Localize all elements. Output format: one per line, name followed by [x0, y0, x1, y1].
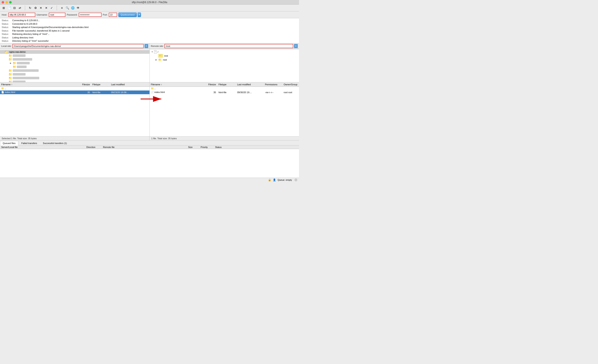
- remote-col-perms[interactable]: Permissions: [264, 83, 282, 86]
- remote-file-owner-parent: [282, 89, 299, 89]
- local-tree-item-1[interactable]: 📁 ████████: [0, 54, 150, 57]
- transfer-col-size[interactable]: Size: [187, 146, 199, 149]
- local-col-size[interactable]: Filesize: [77, 83, 91, 86]
- transfer-table: Server/Local file Direction Remote file …: [0, 146, 299, 178]
- remote-site-path-input[interactable]: [165, 44, 293, 48]
- search-icon[interactable]: 🔍: [65, 5, 70, 10]
- remote-file-type-parent: [217, 89, 236, 89]
- local-tree-item-7[interactable]: 📁 ██████████ ██████: [0, 76, 150, 80]
- remote-tree-label-root-folder: root: [163, 58, 167, 61]
- transfer-col-priority[interactable]: Priority: [199, 146, 214, 149]
- local-tree-item-6[interactable]: 📁 ████████: [0, 73, 150, 76]
- file-icon-0: 📄: [1, 91, 4, 93]
- local-tree-item-2[interactable]: 📁 ████████████: [0, 57, 150, 61]
- local-tree[interactable]: 📁 nginx-nas-demo 📁 ████████ 📁 ██████████…: [0, 49, 150, 82]
- remote-file-icon-0: 📄: [151, 91, 154, 93]
- status-text-5: Listing directory /mnt: [12, 36, 33, 40]
- local-tree-item-5[interactable]: 📁 ████████████████: [0, 69, 150, 73]
- local-tree-label-0: nginx-nas-demo: [8, 50, 26, 53]
- remote-site-dropdown[interactable]: ▼: [294, 44, 298, 48]
- check-icon[interactable]: ✓: [49, 5, 54, 10]
- local-col-type[interactable]: Filetype: [91, 83, 110, 86]
- remote-col-type[interactable]: Filetype: [217, 83, 236, 86]
- folder-icon-4: 📁: [13, 65, 16, 68]
- port-input[interactable]: [109, 13, 117, 17]
- folder-icon-8: 📁: [8, 80, 12, 82]
- password-input[interactable]: [79, 13, 101, 17]
- remote-file-modified-parent: [236, 89, 264, 89]
- remote-tree-item-root-folder[interactable]: ▶ 📁 root: [150, 58, 299, 62]
- binoculars-icon[interactable]: 👁: [75, 5, 81, 10]
- remote-file-list[interactable]: 📁.. 📄index.html 35 html-file 09/30/20 19…: [150, 87, 299, 137]
- queue-status: Queue: empty: [278, 179, 292, 181]
- titlebar: sftp://root@8.129.68.0 - FileZilla: [0, 0, 299, 5]
- status-text-6: Directory listing of "/mnt" successful: [12, 39, 48, 43]
- local-file-list[interactable]: 📁.. 📄index.html 35 html-file 09/23/20 16…: [0, 87, 150, 137]
- folder-icon-0: 📁: [4, 50, 8, 54]
- remote-file-row-parent[interactable]: 📁..: [150, 87, 299, 90]
- transfer-col-direction[interactable]: Direction: [85, 146, 102, 149]
- minimize-button[interactable]: [5, 1, 8, 4]
- remote-tree-item-mnt[interactable]: 📁 mnt: [150, 54, 299, 58]
- remote-tree-label-mnt: mnt: [164, 55, 168, 57]
- cancel-icon[interactable]: ✕: [38, 5, 43, 10]
- cancel-queue-icon[interactable]: ✕: [44, 5, 49, 10]
- filter-icon[interactable]: ⚙: [33, 5, 38, 10]
- tab-queued-files[interactable]: Queued files: [0, 141, 18, 146]
- upload-queue-icon[interactable]: ≡: [59, 5, 64, 10]
- local-file-row-0[interactable]: 📄index.html 35 html-file 09/23/20 16:08:…: [0, 90, 150, 94]
- folder-icon-2: 📁: [8, 58, 12, 61]
- sync-icon[interactable]: ⇄: [17, 5, 22, 10]
- remote-tree-item-root[interactable]: ▼ ? /: [150, 50, 299, 54]
- local-site-bar: Local site: ▼: [0, 43, 150, 49]
- local-tree-item-4[interactable]: 📁 ██████: [0, 65, 150, 69]
- refresh-icon[interactable]: ↻: [28, 5, 33, 10]
- remote-file-perms-parent: [264, 89, 282, 89]
- local-col-filename[interactable]: Filename ↑: [0, 83, 77, 86]
- folder-icon-5: 📁: [8, 69, 12, 72]
- network-icon[interactable]: 🌐: [70, 5, 75, 10]
- file-panels: 📁 nginx-nas-demo 📁 ████████ 📁 ██████████…: [0, 49, 299, 140]
- copy-icon[interactable]: 📄: [7, 5, 12, 10]
- remote-col-filename[interactable]: Filename ↑: [150, 83, 203, 86]
- local-file-size-parent: [77, 89, 91, 89]
- local-file-row-parent[interactable]: 📁..: [0, 87, 150, 90]
- local-file-modified-parent: [110, 89, 150, 89]
- local-tree-label-7: ██████████ ██████: [13, 77, 39, 79]
- local-tree-item-3[interactable]: ▶ 📁 ████████: [0, 61, 150, 65]
- tab-failed-transfers[interactable]: Failed transfers: [19, 141, 40, 145]
- connection-bar: Host: Username: Password: Port: Quickcon…: [0, 11, 299, 18]
- transfer-col-server[interactable]: Server/Local file: [0, 146, 85, 149]
- quickconnect-button[interactable]: Quickconnect: [118, 12, 137, 17]
- status-row-0: Status: Connecting to 8.129.68.0...: [2, 19, 297, 22]
- port-label: Port:: [103, 14, 108, 16]
- local-site-dropdown[interactable]: ▼: [144, 44, 148, 48]
- local-site-path-input[interactable]: [12, 44, 144, 48]
- quickconnect-dropdown[interactable]: ▼: [138, 12, 141, 17]
- remote-file-row-0[interactable]: 📄index.html 35 html-file 09/30/20 19:...…: [150, 90, 299, 94]
- local-col-modified[interactable]: Last modified: [110, 83, 150, 86]
- maximize-button[interactable]: [9, 1, 12, 4]
- remote-col-owner[interactable]: Owner/Group: [282, 83, 299, 86]
- remote-col-modified[interactable]: Last modified: [236, 83, 264, 86]
- remote-file-header: Filename ↑ Filesize Filetype Last modifi…: [150, 82, 299, 87]
- site-manager-icon[interactable]: ⊞: [1, 5, 6, 10]
- transfer-col-remote[interactable]: Remote file: [102, 146, 187, 149]
- local-tree-item-0[interactable]: 📁 nginx-nas-demo: [0, 50, 150, 54]
- remote-col-size[interactable]: Filesize: [203, 83, 217, 86]
- folder-icon-1: 📁: [8, 54, 12, 57]
- transfer-col-status[interactable]: Status: [214, 146, 299, 149]
- tab-successful-transfers[interactable]: Successful transfers (1): [40, 141, 70, 145]
- local-file-name-0: 📄index.html: [0, 91, 77, 94]
- remote-folder-icon-parent: 📁: [151, 87, 154, 90]
- bottom-status-bar: 🔒 👤 Queue: empty: [0, 178, 299, 182]
- status-row-5: Status: Listing directory /mnt: [2, 36, 297, 40]
- close-button[interactable]: [2, 1, 4, 4]
- username-input[interactable]: [49, 13, 66, 17]
- host-input[interactable]: [8, 13, 35, 17]
- folder-icon-6: 📁: [8, 73, 12, 76]
- local-file-type-0: html-file: [91, 91, 110, 94]
- remote-tree[interactable]: ▼ ? / 📁 mnt ▶ 📁 root: [150, 49, 299, 82]
- local-tree-item-8[interactable]: 📁 ████████: [0, 80, 150, 82]
- tab-new-icon[interactable]: ⊟: [12, 5, 17, 10]
